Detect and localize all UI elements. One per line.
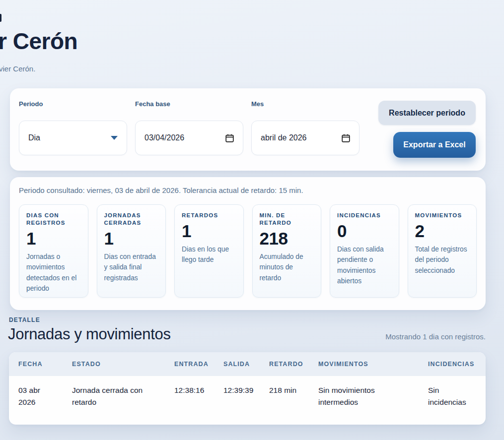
attendance-dashboard-page: r Cerón vier Cerón. Periodo Dia Fecha ba… [0, 0, 504, 440]
stat-label: MOVIMIENTOS [415, 212, 470, 219]
column-header-entrada: ENTRADA [174, 361, 223, 368]
records-table: FECHA ESTADO ENTRADA SALIDA RETARDO MOVI… [9, 352, 486, 425]
stat-card-min-de-retardo: MIN. DE RETARDO 218 Acumulado de minutos… [252, 204, 322, 298]
column-header-salida: SALIDA [223, 361, 269, 368]
stat-label: MIN. DE RETARDO [260, 212, 314, 227]
reset-period-button[interactable]: Restablecer periodo [378, 101, 476, 125]
stat-description: Dias con entrada y salida final registra… [104, 251, 159, 283]
mes-label: Mes [251, 100, 360, 108]
stat-value: 2 [415, 221, 470, 241]
cell-incidencias: Sin incidencias [428, 384, 479, 409]
stat-value: 1 [26, 229, 81, 249]
calendar-icon[interactable] [225, 134, 234, 142]
cell-salida: 12:39:39 [223, 384, 269, 409]
stat-card-incidencias: INCIDENCIAS 0 Dias con salida pendiente … [330, 204, 399, 298]
stat-label: RETARDOS [182, 212, 236, 219]
table-header-row: FECHA ESTADO ENTRADA SALIDA RETARDO MOVI… [9, 352, 486, 376]
stat-card-jornadas-cerradas: JORNADAS CERRADAS 1 Dias con entrada y s… [97, 204, 166, 298]
field-fecha-base: Fecha base 03/04/2026 [135, 100, 243, 159]
page-subtitle: vier Cerón. [0, 64, 35, 73]
detail-eyebrow: DETALLE [9, 316, 40, 323]
stat-card-movimientos: MOVIMIENTOS 2 Total de registros del per… [408, 204, 477, 298]
column-header-incidencias: INCIDENCIAS [428, 361, 476, 368]
fecha-base-value: 03/04/2026 [144, 133, 221, 142]
stat-card-dias-con-registros: DIAS CON REGISTROS 1 Jornadas o movimien… [19, 204, 88, 298]
stat-description: Acumulado de minutos de retardo [260, 251, 314, 283]
table-row[interactable]: 03 abr 2026 Jornada cerrada con retardo … [9, 376, 486, 417]
stat-description: Total de registros del periodo seleccion… [415, 244, 470, 276]
cell-retardo: 218 min [269, 384, 318, 409]
filter-actions: Restablecer periodo Exportar a Excel [378, 101, 476, 159]
column-header-retardo: RETARDO [269, 361, 318, 368]
stat-label: INCIDENCIAS [337, 212, 392, 219]
column-header-estado: ESTADO [72, 361, 174, 368]
calendar-icon[interactable] [342, 134, 350, 142]
column-header-fecha: FECHA [18, 361, 72, 368]
detail-title: Jornadas y movimientos [8, 325, 171, 343]
period-consulted-text: Periodo consultado: viernes, 03 de abril… [19, 186, 477, 194]
stat-card-retardos: RETARDOS 1 Dias en los que llego tarde [174, 204, 244, 298]
cell-entrada: 12:38:16 [174, 384, 223, 409]
field-mes: Mes abril de 2026 [251, 100, 360, 159]
export-excel-button[interactable]: Exportar a Excel [393, 132, 476, 158]
summary-panel: Periodo consultado: viernes, 03 de abril… [10, 177, 486, 310]
field-periodo: Periodo Dia [19, 100, 127, 159]
fecha-base-label: Fecha base [135, 100, 243, 108]
stat-value: 1 [182, 221, 236, 241]
periodo-value: Dia [28, 133, 107, 142]
cell-movimientos: Sin movimientos intermedios [318, 384, 428, 409]
stat-label: DIAS CON REGISTROS [26, 212, 81, 227]
stat-value: 0 [337, 221, 392, 241]
mes-input[interactable]: abril de 2026 [251, 121, 360, 155]
stats-grid: DIAS CON REGISTROS 1 Jornadas o movimien… [19, 204, 477, 298]
stat-description: Dias con salida pendiente o movimientos … [337, 244, 392, 287]
filter-panel: Periodo Dia Fecha base 03/04/2026 Mes [10, 88, 486, 171]
mes-value: abril de 2026 [261, 133, 338, 142]
cell-estado: Jornada cerrada con retardo [72, 384, 174, 409]
fecha-base-input[interactable]: 03/04/2026 [135, 121, 243, 155]
cell-fecha: 03 abr 2026 [18, 384, 72, 409]
page-title: r Cerón [0, 28, 77, 55]
clipped-offscreen-element [0, 14, 1, 22]
detail-count-text: Mostrando 1 dia con registros. [385, 332, 486, 341]
periodo-label: Periodo [19, 100, 127, 108]
chevron-down-icon [111, 136, 118, 140]
stat-description: Dias en los que llego tarde [182, 244, 236, 265]
stat-label: JORNADAS CERRADAS [104, 212, 159, 227]
stat-value: 218 [260, 229, 314, 249]
stat-value: 1 [104, 229, 159, 249]
periodo-select[interactable]: Dia [19, 121, 127, 155]
column-header-movimientos: MOVIMIENTOS [318, 361, 428, 368]
stat-description: Jornadas o movimientos detectados en el … [26, 251, 81, 294]
